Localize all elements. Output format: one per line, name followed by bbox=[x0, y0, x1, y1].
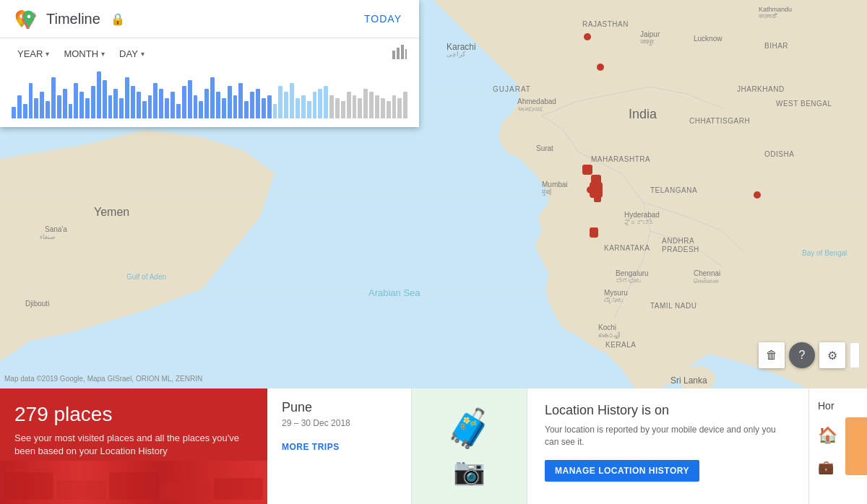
bar-35 bbox=[210, 77, 215, 118]
bar-61 bbox=[358, 98, 362, 118]
bar-6 bbox=[46, 101, 50, 118]
bar-5 bbox=[40, 92, 44, 118]
map-delete-btn[interactable]: 🗑 bbox=[759, 342, 785, 368]
bar-68 bbox=[397, 98, 402, 118]
bar-15 bbox=[97, 71, 101, 118]
bar-42 bbox=[250, 92, 254, 118]
camera-icon: 📷 bbox=[453, 456, 486, 487]
year-dropdown[interactable]: YEAR ▾ bbox=[12, 44, 55, 64]
bar-0 bbox=[12, 107, 16, 118]
more-trips-button[interactable]: MORE TRIPS bbox=[282, 442, 340, 452]
bar-chart bbox=[0, 69, 419, 127]
bar-46 bbox=[273, 104, 277, 118]
bar-39 bbox=[233, 95, 238, 119]
gmaps-logo bbox=[19, 9, 39, 29]
bar-26 bbox=[159, 89, 163, 118]
day-arrow: ▾ bbox=[141, 50, 144, 58]
bar-52 bbox=[307, 101, 311, 118]
bottom-section: 279 places See your most visited places … bbox=[0, 388, 867, 504]
trips-card: Pune 29 – 30 Dec 2018 MORE TRIPS bbox=[267, 388, 412, 504]
map-settings-btn[interactable]: ⚙ bbox=[819, 342, 845, 368]
trip-city: Pune bbox=[282, 400, 397, 415]
bar-31 bbox=[188, 80, 192, 118]
bar-4 bbox=[34, 98, 38, 118]
bar-67 bbox=[392, 95, 397, 119]
bar-13 bbox=[85, 98, 90, 118]
bar-54 bbox=[318, 89, 322, 118]
location-dot-rajasthan bbox=[584, 33, 591, 40]
location-dot-karnataka bbox=[590, 227, 598, 238]
bar-45 bbox=[267, 95, 272, 119]
svg-rect-9 bbox=[405, 49, 407, 59]
map-help-btn[interactable]: ? bbox=[789, 342, 815, 368]
bar-33 bbox=[199, 101, 203, 118]
bar-28 bbox=[171, 92, 175, 118]
bar-17 bbox=[108, 95, 113, 119]
location-history-title: Location History is on bbox=[545, 403, 791, 418]
svg-rect-6 bbox=[392, 51, 395, 59]
bar-19 bbox=[119, 98, 124, 118]
bar-1 bbox=[17, 95, 22, 119]
bar-63 bbox=[369, 92, 374, 118]
timeline-title: Timeline bbox=[46, 11, 100, 27]
bar-41 bbox=[244, 101, 249, 118]
bar-20 bbox=[125, 77, 129, 118]
chart-icon[interactable] bbox=[392, 45, 407, 63]
year-label: YEAR bbox=[17, 48, 43, 59]
bar-36 bbox=[216, 92, 220, 118]
bar-30 bbox=[182, 86, 186, 118]
bar-16 bbox=[103, 80, 107, 118]
bar-11 bbox=[74, 83, 78, 118]
bar-40 bbox=[238, 83, 243, 118]
bar-51 bbox=[301, 95, 306, 119]
bar-60 bbox=[353, 95, 357, 119]
bar-58 bbox=[341, 101, 345, 118]
bar-53 bbox=[313, 92, 317, 118]
bar-23 bbox=[142, 101, 147, 118]
day-dropdown[interactable]: DAY ▾ bbox=[113, 44, 150, 64]
map-controls: 🗑 ? ⚙ bbox=[759, 342, 860, 368]
location-history-desc: Your location is reported by your mobile… bbox=[545, 424, 791, 448]
suitcase-icon: 🧳 bbox=[446, 407, 493, 451]
bar-18 bbox=[113, 89, 118, 118]
places-count: 279 places bbox=[14, 403, 253, 426]
bar-29 bbox=[176, 104, 181, 118]
bar-38 bbox=[228, 86, 232, 118]
bar-3 bbox=[29, 83, 33, 118]
bar-65 bbox=[381, 98, 385, 118]
location-dot-telangana bbox=[754, 191, 761, 199]
location-dot-mumbai1 bbox=[582, 165, 592, 175]
bar-50 bbox=[296, 98, 300, 118]
places-card[interactable]: 279 places See your most visited places … bbox=[0, 388, 267, 504]
year-arrow: ▾ bbox=[46, 50, 49, 58]
timeline-filters: YEAR ▾ MONTH ▾ DAY ▾ bbox=[0, 38, 419, 69]
bar-57 bbox=[335, 98, 340, 118]
bar-59 bbox=[347, 92, 351, 118]
timeline-title-area: Timeline 🔒 bbox=[12, 9, 125, 29]
bar-14 bbox=[91, 86, 95, 118]
bar-37 bbox=[222, 98, 226, 118]
bar-34 bbox=[204, 89, 209, 118]
bar-56 bbox=[329, 95, 334, 119]
home-label: Hor bbox=[818, 400, 858, 412]
today-button[interactable]: TODAY bbox=[358, 10, 407, 27]
svg-rect-8 bbox=[401, 45, 404, 59]
places-description: See your most visited places and all the… bbox=[14, 432, 253, 458]
location-dot-cluster bbox=[590, 182, 603, 198]
bar-27 bbox=[165, 98, 169, 118]
bar-49 bbox=[290, 83, 294, 118]
manage-location-history-button[interactable]: MANAGE LOCATION HISTORY bbox=[545, 460, 699, 482]
bar-21 bbox=[131, 86, 135, 118]
map-watermark: Map data ©2019 Google, Mapa GISrael, ORI… bbox=[0, 373, 207, 384]
bar-47 bbox=[278, 86, 282, 118]
svg-rect-7 bbox=[397, 48, 400, 59]
bar-12 bbox=[79, 92, 84, 118]
timeline-panel: Timeline 🔒 TODAY YEAR ▾ MONTH ▾ DAY ▾ bbox=[0, 0, 419, 127]
day-label: DAY bbox=[119, 48, 138, 59]
month-label: MONTH bbox=[64, 48, 98, 59]
location-history-card: Location History is on Your location is … bbox=[527, 388, 809, 504]
month-dropdown[interactable]: MONTH ▾ bbox=[58, 44, 111, 64]
bar-66 bbox=[387, 101, 391, 118]
bar-43 bbox=[256, 89, 260, 118]
bar-55 bbox=[324, 86, 328, 118]
